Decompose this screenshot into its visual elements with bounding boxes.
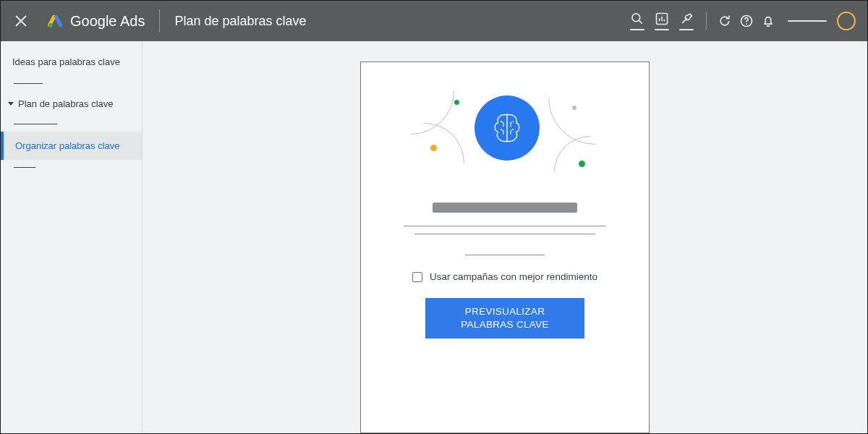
- header-divider: [159, 9, 160, 33]
- brand-logo-group: Google Ads: [47, 13, 145, 30]
- illustration: [382, 80, 628, 188]
- sidebar-separator: [14, 124, 57, 124]
- svg-point-12: [746, 23, 747, 25]
- account-placeholder: [788, 20, 827, 22]
- brand-name: Google Ads: [70, 13, 145, 30]
- preview-keywords-button[interactable]: PREVISUALIZAR PALABRAS CLAVE: [425, 298, 584, 339]
- search-icon: [630, 12, 644, 26]
- svg-line-6: [639, 21, 642, 24]
- wrench-icon: [679, 12, 694, 26]
- bar-chart-icon: [655, 12, 669, 26]
- tools-button[interactable]: [674, 7, 699, 35]
- sidebar-separator: [14, 167, 35, 168]
- brain-icon: [475, 95, 540, 161]
- app-header: Google Ads Plan de palabras clave: [1, 1, 867, 41]
- help-button[interactable]: [736, 7, 757, 35]
- search-button[interactable]: [625, 7, 650, 35]
- svg-point-4: [48, 23, 53, 27]
- notifications-button[interactable]: [757, 7, 779, 35]
- checkbox-label: Usar campañas con mejor rendimiento: [430, 271, 597, 282]
- organize-card: Usar campañas con mejor rendimiento PREV…: [360, 61, 650, 433]
- svg-rect-3: [54, 14, 63, 27]
- sidebar-item-label: Plan de palabras clave: [18, 98, 114, 109]
- page-title: Plan de palabras clave: [174, 14, 306, 29]
- reports-button[interactable]: [650, 7, 674, 35]
- sidebar-item-plan[interactable]: Plan de palabras clave: [1, 91, 142, 116]
- main-content: Usar campañas con mejor rendimiento PREV…: [142, 41, 867, 433]
- svg-point-5: [632, 14, 640, 22]
- refresh-icon: [718, 14, 732, 28]
- sidebar: Ideas para palabras clave Plan de palabr…: [1, 41, 142, 433]
- close-icon: [14, 14, 27, 27]
- refresh-button[interactable]: [714, 7, 736, 35]
- google-ads-logo-icon: [47, 13, 63, 29]
- account-avatar[interactable]: [837, 12, 856, 30]
- text-placeholder: [404, 226, 606, 226]
- help-icon: [739, 14, 754, 28]
- header-divider: [706, 12, 707, 30]
- bell-icon: [761, 14, 775, 28]
- sidebar-item-ideas[interactable]: Ideas para palabras clave: [1, 48, 142, 76]
- sidebar-separator: [14, 83, 43, 84]
- text-placeholder: [465, 255, 545, 255]
- use-best-campaigns-checkbox[interactable]: [412, 272, 422, 282]
- checkbox-row: Usar campañas con mejor rendimiento: [412, 271, 597, 282]
- text-placeholder: [414, 234, 595, 234]
- chevron-down-icon: [8, 102, 14, 106]
- sidebar-item-organize[interactable]: Organizar palabras clave: [1, 132, 142, 160]
- title-placeholder: [433, 203, 577, 213]
- header-actions: [625, 7, 856, 35]
- close-button[interactable]: [12, 12, 30, 30]
